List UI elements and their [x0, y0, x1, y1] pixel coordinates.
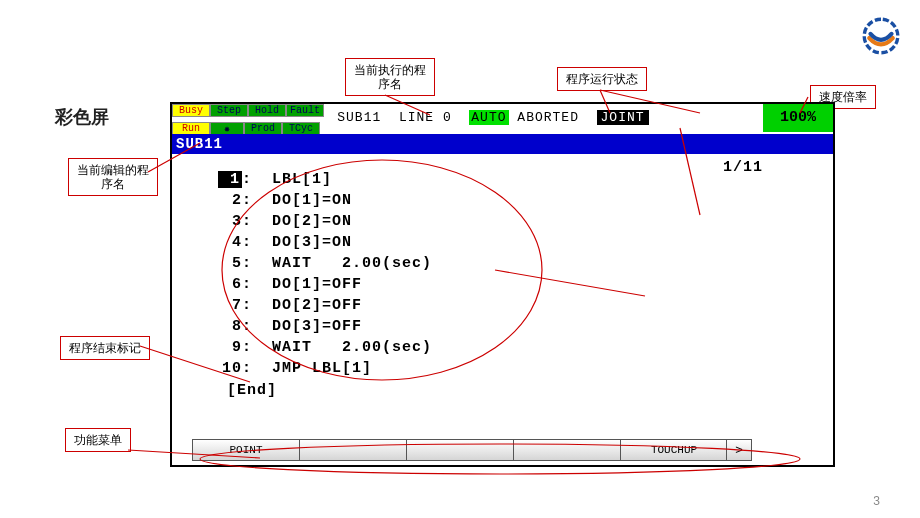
status-step: Step [210, 104, 248, 117]
status-hold: Hold [248, 104, 286, 117]
exec-prog-name: SUB11 [337, 110, 381, 125]
fn-button-2[interactable] [299, 439, 407, 461]
program-listing: 1: LBL[1] 2: DO[1]=ON 3: DO[2]=ON 4: DO[… [212, 169, 432, 379]
line-counter: 1/11 [723, 159, 763, 177]
status-fault: Fault [286, 104, 324, 117]
auto-chip: AUTO [469, 110, 508, 125]
function-menu: POINTTOUCHUP> [192, 439, 813, 461]
callout-run-state: 程序运行状态 [557, 67, 647, 91]
callout-end-mark: 程序结束标记 [60, 336, 150, 360]
status-text-zone: SUB11 LINE 0 AUTO ABORTED JOINT [328, 104, 648, 132]
fn-next-arrow-icon[interactable]: > [726, 439, 752, 461]
fn-button-4[interactable] [513, 439, 621, 461]
joint-chip: JOINT [597, 110, 649, 125]
callout-fn-menu: 功能菜单 [65, 428, 131, 452]
status-bar: BusyStepHoldFault Run✸I/OProdTCyc SUB11 … [172, 104, 833, 134]
page-number: 3 [873, 494, 880, 508]
fn-button-5[interactable]: TOUCHUP [620, 439, 728, 461]
status-busy: Busy [172, 104, 210, 117]
fn-button-1[interactable]: POINT [192, 439, 300, 461]
fn-button-3[interactable] [406, 439, 514, 461]
company-logo-icon [860, 15, 902, 57]
line-indicator: LINE 0 [399, 110, 452, 125]
callout-current-exec-prog: 当前执行的程序名 [345, 58, 435, 96]
teach-pendant-screen: BusyStepHoldFault Run✸I/OProdTCyc SUB11 … [170, 102, 835, 467]
end-marker: [End] [227, 382, 277, 400]
speed-override: 100% [763, 104, 833, 132]
page-title: 彩色屏 [55, 105, 109, 129]
callout-current-edit-prog: 当前编辑的程序名 [68, 158, 158, 196]
edit-prog-titlebar: SUB11 [172, 134, 833, 154]
aborted-label: ABORTED [517, 110, 579, 125]
